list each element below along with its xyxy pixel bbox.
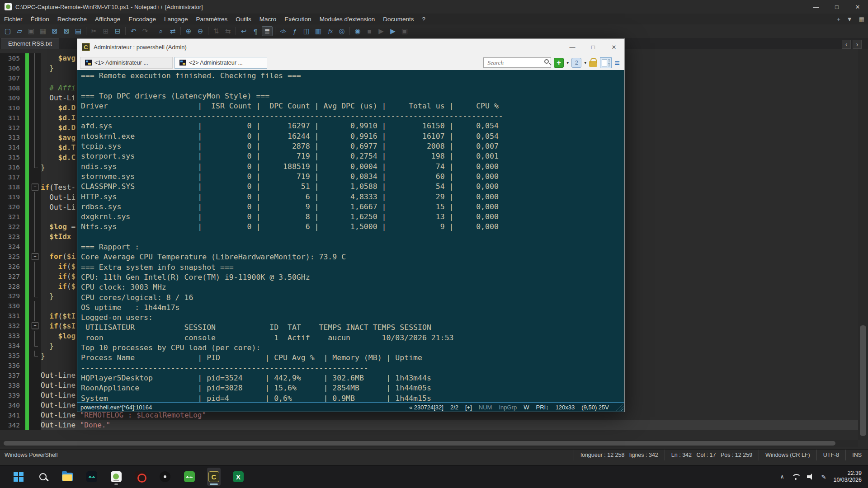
resize-grip[interactable] [616, 404, 623, 411]
vertical-scrollbar-thumb[interactable] [860, 325, 866, 436]
menu-param-tres[interactable]: Paramètres [192, 14, 232, 24]
taskbar-taskbar-search-icon[interactable] [36, 468, 50, 486]
fx-icon[interactable]: ƒx [325, 26, 335, 36]
fold-margin [29, 123, 41, 133]
lock-icon[interactable] [589, 61, 597, 67]
undo-icon[interactable]: ↶ [128, 26, 139, 36]
horizontal-scrollbar-thumb[interactable] [4, 441, 835, 446]
taskbar-excel-icon[interactable]: X [231, 468, 245, 486]
terminal-tab-1[interactable]: <1> Administrateur ... [80, 57, 173, 69]
new-console-button[interactable]: + [554, 58, 564, 68]
taskbar-start-button-icon[interactable] [12, 468, 25, 486]
maximize-button[interactable]: □ [826, 0, 847, 14]
replace-icon[interactable]: ⇄ [167, 26, 178, 36]
macro-save-icon[interactable]: ▣ [399, 26, 410, 36]
show-all-characters-icon[interactable]: ¶ [250, 26, 261, 36]
macro-run-multiple-icon[interactable]: ▶ [387, 26, 398, 36]
taskbar-conemu-terminal-icon[interactable]: C [207, 468, 221, 486]
toolbar-separator [208, 27, 208, 35]
code-text[interactable]: Out-Line "Done." [41, 420, 858, 430]
tray-chevron-up-icon[interactable]: ∧ [780, 474, 784, 480]
find-icon[interactable]: ⌕ [156, 26, 166, 36]
tab-ethernet-rss[interactable]: Ethernet RSS.txt [1, 38, 59, 49]
paste-icon[interactable]: ⊟ [112, 26, 123, 36]
taskbar-audio-app-icon[interactable] [85, 468, 99, 486]
sync-horizontal-icon[interactable]: ⇆ [222, 26, 233, 36]
fold-margin [29, 291, 41, 301]
menu-fichier[interactable]: Fichier [0, 14, 27, 24]
fold-margin [29, 162, 41, 172]
menu-macro[interactable]: Macro [255, 14, 281, 24]
menu-langage[interactable]: Langage [160, 14, 192, 24]
taskbar-hardware-monitor-icon[interactable] [183, 468, 196, 486]
terminal-minimize-button[interactable]: — [562, 39, 583, 55]
menu--dition[interactable]: Édition [27, 14, 53, 24]
window-panels-icon[interactable]: ▦ [859, 16, 864, 23]
close-all-icon[interactable]: ⊠ [61, 26, 72, 36]
menu-documents[interactable]: Documents [379, 14, 418, 24]
vertical-scrollbar[interactable] [858, 49, 868, 440]
document-list-icon[interactable]: ▥ [313, 26, 324, 36]
print-icon[interactable]: ▤ [73, 26, 84, 36]
terminal-search-input[interactable] [483, 57, 551, 68]
wifi-icon[interactable] [792, 474, 800, 480]
chevron-down-icon[interactable]: ▼ [847, 16, 853, 23]
code-view-icon[interactable]: </> [278, 26, 288, 36]
status-insert-mode[interactable]: INS [845, 450, 868, 460]
save-icon[interactable]: ▣ [26, 26, 37, 36]
close-doc-icon[interactable]: ⊠ [49, 26, 60, 36]
minimize-button[interactable]: — [806, 0, 826, 14]
menu-affichage[interactable]: Affichage [91, 14, 124, 24]
status-encoding[interactable]: UTF-8 [816, 450, 845, 460]
tray-clock[interactable]: 22:39 10/03/2026 [833, 470, 862, 483]
new-console-dropdown-icon[interactable]: ▾ [566, 60, 569, 65]
console-list-dropdown-icon[interactable]: ▾ [584, 60, 586, 65]
pen-icon[interactable]: ✎ [821, 474, 826, 480]
line-number: 336 [0, 361, 25, 371]
zoom-out-icon[interactable]: ⊖ [195, 26, 206, 36]
menu-ex-cution[interactable]: Exécution [280, 14, 315, 24]
macro-stop-icon[interactable]: ■ [364, 26, 375, 36]
monitoring-icon[interactable]: ◎ [336, 26, 347, 36]
taskbar-notepad-plus-plus-icon[interactable] [109, 468, 123, 486]
function-list-icon[interactable]: ƒ [289, 26, 300, 36]
cut-icon[interactable]: ✂ [89, 26, 99, 36]
taskbar-roon-icon[interactable] [158, 468, 172, 486]
new-tab-plus-icon[interactable]: + [837, 16, 840, 23]
menu-outils[interactable]: Outils [231, 14, 255, 24]
tab-scroll-left-button[interactable]: ‹ [842, 40, 851, 49]
active-console-number-button[interactable]: 2 [571, 58, 581, 68]
sync-vertical-icon[interactable]: ⇅ [211, 26, 222, 36]
horizontal-scrollbar[interactable] [0, 440, 858, 447]
new-file-icon[interactable]: ▢ [2, 26, 13, 36]
terminal-maximize-button[interactable]: □ [583, 39, 604, 55]
taskbar-hqplayer-icon[interactable] [134, 468, 147, 486]
menu-?[interactable]: ? [418, 14, 430, 24]
save-all-icon[interactable]: ▦ [38, 26, 48, 36]
fold-margin[interactable] [29, 321, 41, 331]
redo-icon[interactable]: ↷ [140, 26, 151, 36]
open-folder-icon[interactable]: ▱ [14, 26, 25, 36]
split-panes-button[interactable] [600, 57, 612, 68]
indent-guide-icon[interactable]: ≣ [262, 26, 273, 36]
terminal-close-button[interactable]: ✕ [604, 39, 624, 55]
zoom-in-icon[interactable]: ⊕ [183, 26, 194, 36]
document-map-icon[interactable]: ◫ [301, 26, 312, 36]
status-eol[interactable]: Windows (CR LF) [759, 450, 816, 460]
macro-play-icon[interactable]: ▶ [376, 26, 387, 36]
menu-modules-d-extension[interactable]: Modules d'extension [316, 14, 379, 24]
copy-icon[interactable]: ⊞ [100, 26, 111, 36]
close-button[interactable]: ✕ [847, 0, 868, 14]
macro-record-icon[interactable]: ◉ [352, 26, 363, 36]
line-number: 327 [0, 272, 25, 282]
word-wrap-icon[interactable]: ↩ [238, 26, 249, 36]
volume-icon[interactable] [807, 474, 814, 480]
tab-scroll-right-button[interactable]: › [853, 40, 862, 49]
terminal-tab-2[interactable]: <2> Administrateur ... [175, 57, 267, 69]
menu-encodage[interactable]: Encodage [124, 14, 160, 24]
taskbar-file-explorer-icon[interactable] [61, 468, 74, 486]
fold-margin[interactable] [29, 252, 41, 262]
terminal-console[interactable]: === Remote execution finished. Checking … [77, 70, 624, 402]
fold-margin[interactable] [29, 182, 41, 192]
menu-recherche[interactable]: Recherche [53, 14, 91, 24]
